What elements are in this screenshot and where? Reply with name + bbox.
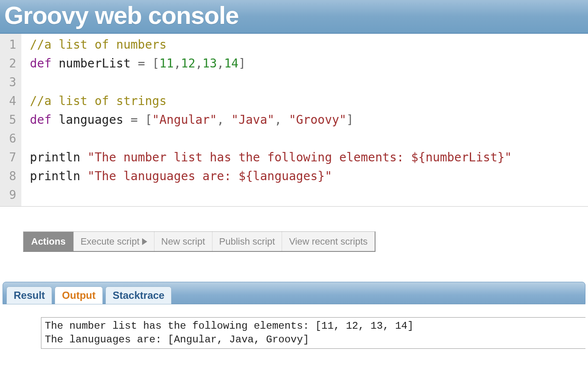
code-line[interactable] <box>30 73 512 92</box>
line-number: 7 <box>2 148 18 167</box>
action-publish-script[interactable]: Publish script <box>212 232 282 251</box>
line-number: 1 <box>2 35 18 54</box>
action-label: Publish script <box>219 236 275 247</box>
action-label: Execute script <box>81 236 140 247</box>
page-header: Groovy web console <box>0 0 588 34</box>
code-line[interactable]: println "The lanuguages are: ${languages… <box>30 167 512 186</box>
line-number: 9 <box>2 186 18 204</box>
actions-label: Actions <box>23 232 73 251</box>
results-tabs: ResultOutputStacktrace <box>3 282 585 304</box>
line-number: 8 <box>2 167 18 186</box>
code-line[interactable] <box>30 186 512 204</box>
code-line[interactable]: def languages = ["Angular", "Java", "Gro… <box>30 111 512 129</box>
code-line[interactable]: //a list of numbers <box>30 35 512 54</box>
code-editor[interactable]: 123456789 //a list of numbersdef numberL… <box>0 34 588 207</box>
code-area[interactable]: //a list of numbersdef numberList = [11,… <box>21 34 512 206</box>
line-number: 5 <box>2 111 18 129</box>
page-title: Groovy web console <box>4 1 584 29</box>
play-icon <box>142 238 147 245</box>
code-line[interactable]: //a list of strings <box>30 92 512 111</box>
line-number: 6 <box>2 129 18 148</box>
line-number: 3 <box>2 73 18 92</box>
tab-stacktrace[interactable]: Stacktrace <box>105 286 172 304</box>
line-gutter: 123456789 <box>0 34 21 206</box>
actions-toolbar: Actions Execute scriptNew scriptPublish … <box>23 231 376 252</box>
output-text: The number list has the following elemen… <box>41 317 585 349</box>
line-number: 2 <box>2 54 18 73</box>
action-view-recent-scripts[interactable]: View recent scripts <box>282 232 374 251</box>
action-label: New script <box>161 236 205 247</box>
action-new-script[interactable]: New script <box>154 232 212 251</box>
action-execute-script[interactable]: Execute script <box>73 232 154 251</box>
code-line[interactable]: println "The number list has the followi… <box>30 148 512 167</box>
line-number: 4 <box>2 92 18 111</box>
code-line[interactable]: def numberList = [11,12,13,14] <box>30 54 512 73</box>
results-panel: ResultOutputStacktrace The number list h… <box>0 282 588 349</box>
action-label: View recent scripts <box>289 236 367 247</box>
tab-output[interactable]: Output <box>55 286 103 304</box>
code-line[interactable] <box>30 129 512 148</box>
tab-result[interactable]: Result <box>6 286 52 304</box>
